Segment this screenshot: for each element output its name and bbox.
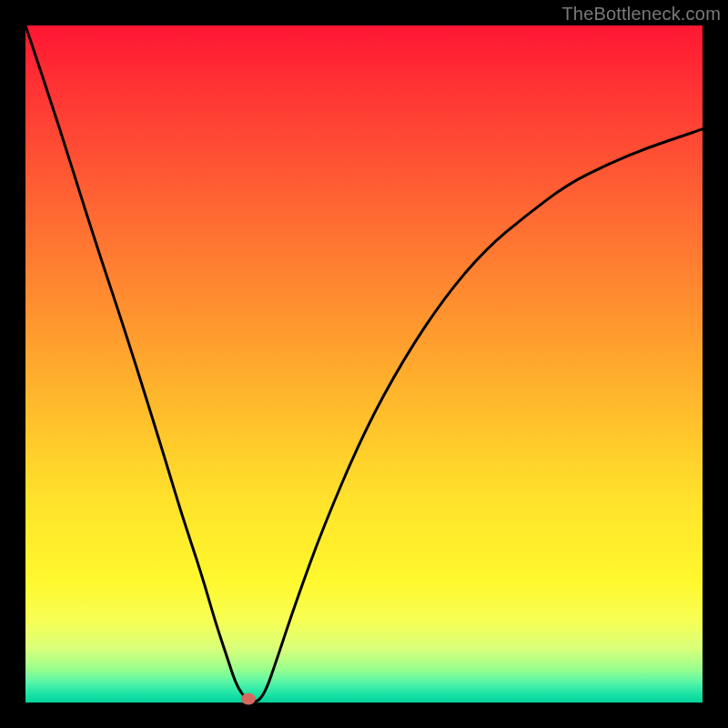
watermark-text: TheBottleneck.com [561, 4, 721, 25]
plot-frame [25, 25, 703, 703]
bottleneck-curve [25, 25, 703, 703]
minimum-marker [241, 693, 256, 704]
